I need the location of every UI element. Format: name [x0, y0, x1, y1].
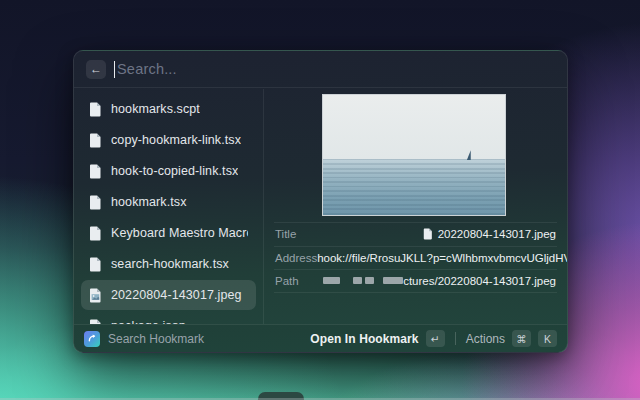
list-item[interactable]: package.json: [81, 311, 256, 324]
file-document-icon: [423, 228, 433, 240]
title-value: 20220804-143017.jpeg: [438, 228, 556, 240]
action-bar: Search Hookmark Open In Hookmark ↵ Actio…: [74, 324, 567, 352]
search-placeholder: Search...: [117, 61, 177, 77]
back-arrow-icon: ←: [90, 62, 102, 76]
file-list: hookmarks.scpt copy-hookmark-link.tsx ho…: [74, 89, 264, 324]
list-item[interactable]: hook-to-copied-link.tsx: [81, 156, 256, 186]
metadata-section: Title 20220804-143017.jpeg Address hook:…: [274, 222, 557, 293]
content-area: hookmarks.scpt copy-hookmark-link.tsx ho…: [74, 89, 567, 324]
file-document-icon: [89, 226, 102, 241]
metadata-row-address: Address hook://file/RrosuJKLL?p=cWlhbmxv…: [274, 246, 557, 270]
open-in-hookmark-button[interactable]: Open In Hookmark ↵: [310, 330, 444, 347]
command-key-icon: ⌘: [512, 330, 531, 347]
preview-sea: [323, 159, 505, 215]
metadata-row-title: Title 20220804-143017.jpeg: [274, 222, 557, 246]
list-item[interactable]: Keyboard Maestro Macros.k...: [81, 218, 256, 248]
file-document-icon: [89, 133, 102, 148]
search-input[interactable]: Search...: [114, 61, 177, 78]
detail-panel: Title 20220804-143017.jpeg Address hook:…: [264, 89, 567, 324]
list-item[interactable]: hookmarks.scpt: [81, 94, 256, 124]
app-label: Search Hookmark: [108, 332, 204, 346]
file-document-icon: [89, 195, 102, 210]
list-item-selected[interactable]: 20220804-143017.jpeg: [81, 280, 256, 310]
file-document-icon: [89, 257, 102, 272]
file-document-icon: [89, 164, 102, 179]
file-image-icon: [89, 288, 102, 303]
footer-divider: [455, 332, 456, 345]
list-item[interactable]: hookmark.tsx: [81, 187, 256, 217]
desktop-wallpaper: { "window": { "search": { "placeholder":…: [0, 0, 640, 400]
path-value: ctures/20220804-143017.jpeg: [403, 275, 556, 287]
k-key-icon: K: [538, 330, 557, 347]
list-item[interactable]: search-hookmark.tsx: [81, 249, 256, 279]
address-label: Address: [275, 252, 317, 264]
metadata-row-path: Path ctures/20220804-143017.jpeg: [274, 269, 557, 293]
text-caret: [114, 61, 115, 78]
back-button[interactable]: ←: [86, 60, 106, 79]
path-label: Path: [275, 275, 299, 287]
title-label: Title: [275, 228, 296, 240]
file-document-icon: [89, 102, 102, 117]
redacted-segment: [365, 277, 374, 284]
actions-menu-button[interactable]: Actions ⌘ K: [466, 330, 557, 347]
list-item[interactable]: copy-hookmark-link.tsx: [81, 125, 256, 155]
preview-sky: [323, 95, 505, 159]
launcher-window: ← Search... hookmarks.scpt copy-hookmark…: [73, 50, 568, 353]
image-preview: [322, 94, 506, 216]
redacted-segment: [323, 277, 340, 284]
redacted-segment: [353, 277, 362, 284]
redacted-segment: [383, 277, 403, 284]
address-value: hook://file/RrosuJKLL?p=cWlhbmxvbmcvUGlj…: [317, 252, 568, 264]
enter-key-icon: ↵: [426, 330, 445, 347]
hookmark-logo-icon: [84, 331, 100, 347]
search-header: ← Search...: [74, 51, 567, 88]
